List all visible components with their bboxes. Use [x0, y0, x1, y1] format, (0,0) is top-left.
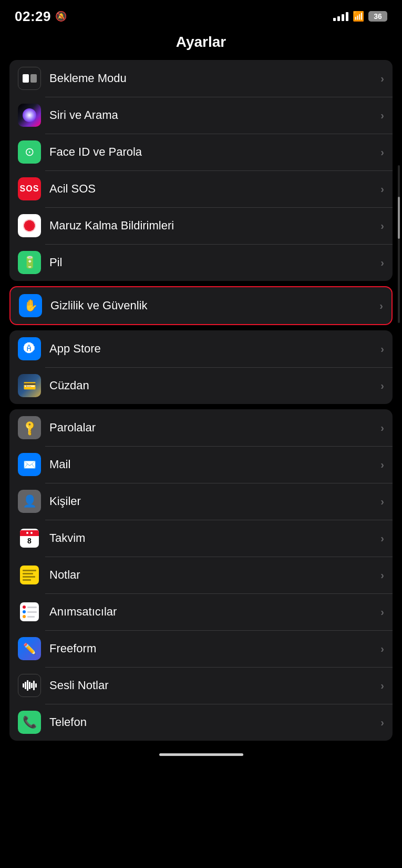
list-item[interactable]: 8 Takvim ›: [9, 520, 393, 557]
mail-icon: ✉️: [18, 453, 41, 476]
sesli-notlar-label: Sesli Notlar: [49, 679, 380, 692]
list-item[interactable]: Anımsatıcılar ›: [9, 593, 393, 630]
list-item[interactable]: 🅐 App Store ›: [9, 330, 393, 367]
list-item[interactable]: Notlar ›: [9, 557, 393, 593]
list-item[interactable]: Bekleme Modu ›: [9, 60, 393, 97]
wallet-icon: 💳: [18, 374, 41, 397]
status-icons: 📶 36: [333, 11, 387, 22]
sos-icon: SOS: [18, 177, 41, 200]
chevron-icon: ›: [379, 300, 383, 312]
settings-group-store: 🅐 App Store › 💳 Cüzdan ›: [9, 330, 393, 404]
takvim-label: Takvim: [49, 531, 380, 545]
chevron-icon: ›: [380, 532, 384, 544]
list-item[interactable]: 🔑 Parolalar ›: [9, 409, 393, 446]
siri-arama-label: Siri ve Arama: [49, 108, 380, 122]
standby-modu-icon: [18, 67, 41, 90]
appstore-label: App Store: [49, 342, 380, 356]
chevron-icon: ›: [380, 257, 384, 269]
page-title: Ayarlar: [176, 34, 226, 50]
list-item[interactable]: 📞 Telefon ›: [9, 704, 393, 741]
takvim-icon: 8: [18, 527, 41, 550]
status-bar: 02:29 🔕 📶 36: [0, 0, 402, 28]
list-item[interactable]: 💳 Cüzdan ›: [9, 367, 393, 404]
acil-sos-label: Acil SOS: [49, 182, 380, 196]
home-indicator: [159, 753, 243, 756]
bell-icon: 🔕: [55, 11, 67, 22]
reminders-icon: [18, 600, 41, 623]
freeform-label: Freeform: [49, 642, 380, 655]
privacy-icon: ✋: [19, 294, 42, 317]
chevron-icon: ›: [380, 569, 384, 581]
list-item[interactable]: Maruz Kalma Bildirimleri ›: [9, 207, 393, 244]
chevron-icon: ›: [380, 422, 384, 434]
voicememo-icon: [18, 674, 41, 697]
settings-group-1: Bekleme Modu › Siri ve Arama › ⊙ Face ID…: [9, 60, 393, 281]
chevron-icon: ›: [380, 109, 384, 122]
notlar-icon: [18, 563, 41, 587]
chevron-icon: ›: [380, 183, 384, 195]
telefon-label: Telefon: [49, 715, 380, 729]
exposure-icon: [18, 214, 41, 237]
freeform-icon: ✏️: [18, 637, 41, 660]
chevron-icon: ›: [380, 606, 384, 618]
passwords-icon: 🔑: [18, 416, 41, 439]
chevron-icon: ›: [380, 73, 384, 85]
chevron-icon: ›: [380, 496, 384, 508]
chevron-icon: ›: [380, 643, 384, 655]
faceid-parola-label: Face ID ve Parola: [49, 145, 380, 159]
animsaticilar-label: Anımsatıcılar: [49, 605, 380, 619]
parolalar-label: Parolalar: [49, 421, 380, 435]
phone-icon: 📞: [18, 711, 41, 734]
chevron-icon: ›: [380, 343, 384, 355]
kisiler-label: Kişiler: [49, 494, 380, 508]
chevron-icon: ›: [380, 220, 384, 232]
home-indicator-area: [0, 746, 402, 760]
settings-group-apps: 🔑 Parolalar › ✉️ Mail › 👤 Kişiler ›: [9, 409, 393, 741]
pil-label: Pil: [49, 256, 380, 269]
scrollbar-thumb[interactable]: [398, 197, 400, 239]
wifi-icon: 📶: [353, 11, 364, 22]
chevron-icon: ›: [380, 716, 384, 729]
chevron-icon: ›: [380, 380, 384, 392]
list-item[interactable]: ✉️ Mail ›: [9, 446, 393, 483]
chevron-icon: ›: [380, 146, 384, 158]
bekleme-modu-label: Bekleme Modu: [49, 72, 380, 85]
settings-content: Bekleme Modu › Siri ve Arama › ⊙ Face ID…: [0, 60, 402, 741]
list-item[interactable]: 👤 Kişiler ›: [9, 483, 393, 520]
contacts-icon: 👤: [18, 490, 41, 513]
settings-group-privacy: ✋ Gizlilik ve Güvenlik ›: [9, 286, 393, 325]
list-item[interactable]: ✏️ Freeform ›: [9, 630, 393, 667]
list-item[interactable]: ⊙ Face ID ve Parola ›: [9, 134, 393, 170]
mail-label: Mail: [49, 458, 380, 471]
list-item[interactable]: 🔋 Pil ›: [9, 244, 393, 281]
list-item[interactable]: SOS Acil SOS ›: [9, 170, 393, 207]
faceid-icon: ⊙: [18, 140, 41, 164]
page-title-bar: Ayarlar: [0, 28, 402, 60]
maruz-kalma-label: Maruz Kalma Bildirimleri: [49, 219, 380, 233]
chevron-icon: ›: [380, 680, 384, 692]
siri-icon: [18, 104, 41, 127]
cuzdan-label: Cüzdan: [49, 379, 380, 392]
chevron-icon: ›: [380, 459, 384, 471]
gizlilik-label: Gizlilik ve Güvenlik: [50, 299, 379, 312]
signal-bars-icon: [333, 12, 348, 21]
appstore-icon: 🅐: [18, 337, 41, 360]
notlar-label: Notlar: [49, 568, 380, 582]
list-item[interactable]: Sesli Notlar ›: [9, 667, 393, 704]
battery-icon: 🔋: [18, 251, 41, 274]
list-item[interactable]: Siri ve Arama ›: [9, 97, 393, 134]
list-item[interactable]: ✋ Gizlilik ve Güvenlik ›: [11, 287, 391, 324]
battery-indicator: 36: [368, 11, 387, 22]
scrollbar-track[interactable]: [398, 165, 400, 323]
status-time: 02:29: [15, 8, 51, 25]
